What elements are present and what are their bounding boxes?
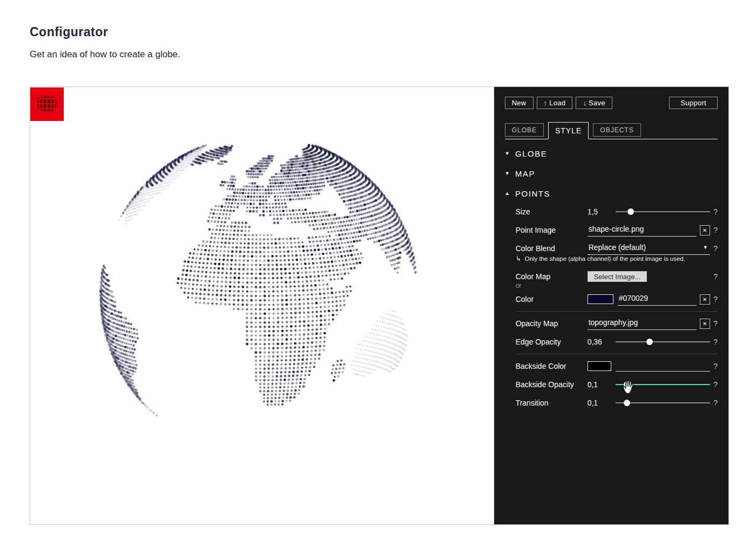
help-icon[interactable]: ? (713, 295, 718, 304)
page-subtitle: Get an idea of how to create a globe. (30, 49, 180, 60)
point-image-row: Point Image shape-circle.png ✕ ? (516, 221, 718, 239)
section-points[interactable]: ▲ POINTS (505, 187, 718, 199)
load-button[interactable]: ↑ Load (537, 97, 573, 109)
size-label: Size (516, 207, 588, 216)
section-points-label: POINTS (515, 189, 550, 198)
color-hex-input[interactable]: #070029 (618, 293, 697, 306)
help-icon[interactable]: ? (713, 207, 718, 216)
section-globe-label: GLOBE (515, 149, 547, 158)
chevron-down-icon: ▼ (703, 245, 708, 250)
color-blend-label: Color Blend (516, 244, 588, 253)
slider-thumb[interactable] (646, 339, 653, 345)
slider-track (616, 341, 710, 342)
backside-opacity-row: Backside Opacity 0,1 ? (516, 375, 718, 394)
clear-icon[interactable]: ✕ (700, 294, 710, 305)
color-blend-select[interactable]: Replace (default) ▼ (588, 242, 710, 255)
backside-color-hex-input[interactable] (616, 361, 710, 372)
backside-color-label: Backside Color (516, 362, 588, 370)
help-icon[interactable]: ? (713, 319, 718, 328)
configurator-frame: New ↑ Load ↓ Save Support GLOBE STYLE OB… (30, 86, 729, 525)
or-label: or (516, 281, 718, 290)
transition-slider[interactable] (616, 399, 710, 407)
section-map[interactable]: ▼ MAP (505, 167, 718, 179)
opacity-map-label: Opacity Map (516, 319, 588, 328)
tab-style[interactable]: STYLE (548, 122, 589, 139)
new-button[interactable]: New (505, 97, 534, 109)
globe-viewport[interactable] (30, 87, 494, 524)
point-image-label: Point Image (516, 226, 588, 234)
brand-logo[interactable] (30, 87, 64, 121)
color-label: Color (516, 295, 588, 304)
opacity-map-row: Opacity Map topography.jpg ✕ ? (516, 314, 718, 333)
point-image-input[interactable]: shape-circle.png (588, 224, 697, 237)
color-swatch[interactable] (588, 294, 613, 304)
size-slider[interactable] (616, 207, 710, 216)
tab-bar: GLOBE STYLE OBJECTS (505, 122, 718, 139)
chevron-up-icon: ▲ (505, 191, 510, 196)
clear-icon[interactable]: ✕ (700, 319, 710, 329)
slider-thumb[interactable] (624, 381, 630, 388)
edge-opacity-slider[interactable] (616, 338, 710, 346)
chevron-down-icon: ▼ (505, 171, 510, 176)
section-globe[interactable]: ▼ GLOBE (505, 147, 718, 159)
slider-thumb[interactable] (627, 208, 634, 215)
size-row: Size 1,5 ? (516, 203, 718, 221)
backside-opacity-slider[interactable] (616, 380, 710, 389)
transition-label: Transition (516, 399, 588, 407)
tab-objects[interactable]: OBJECTS (593, 123, 640, 137)
opacity-map-input[interactable]: topography.jpg (588, 318, 697, 330)
size-value: 1,5 (588, 207, 616, 216)
color-map-label: Color Map (516, 272, 588, 281)
color-blend-row: Color Blend Replace (default) ▼ ? (516, 239, 718, 258)
point-image-note: ↳ Only the shape (alpha channel) of the … (516, 255, 718, 268)
help-icon[interactable]: ? (713, 399, 718, 407)
edge-opacity-value: 0,36 (588, 338, 616, 346)
help-icon[interactable]: ? (713, 272, 718, 281)
backside-opacity-value: 0,1 (588, 380, 616, 389)
toolbar: New ↑ Load ↓ Save Support (505, 87, 718, 109)
page-title: Configurator (30, 25, 108, 39)
color-row: Color #070029 ✕ ? (516, 290, 718, 308)
section-map-label: MAP (515, 169, 535, 178)
backside-color-row: Backside Color ? (516, 357, 718, 375)
save-button[interactable]: ↓ Save (576, 97, 612, 109)
points-settings: Size 1,5 ? Point Image shape-circle.png … (516, 203, 718, 412)
help-icon[interactable]: ? (713, 244, 718, 253)
slider-thumb[interactable] (624, 400, 630, 406)
backside-opacity-label: Backside Opacity (516, 380, 588, 389)
edge-opacity-label: Edge Opacity (516, 338, 588, 346)
globe-logo-icon (30, 87, 64, 121)
transition-value: 0,1 (588, 399, 616, 407)
clear-icon[interactable]: ✕ (700, 225, 710, 235)
chevron-down-icon: ▼ (505, 151, 510, 156)
divider (516, 311, 718, 312)
help-icon[interactable]: ? (713, 380, 718, 389)
settings-panel: New ↑ Load ↓ Save Support GLOBE STYLE OB… (494, 87, 728, 524)
help-icon[interactable]: ? (713, 362, 718, 370)
help-icon[interactable]: ? (713, 226, 718, 234)
backside-color-swatch[interactable] (588, 361, 611, 371)
tab-globe[interactable]: GLOBE (505, 123, 544, 137)
help-icon[interactable]: ? (713, 338, 718, 346)
color-blend-value: Replace (default) (589, 243, 646, 252)
support-button[interactable]: Support (669, 97, 718, 109)
transition-row: Transition 0,1 ? (516, 394, 718, 412)
select-image-button[interactable]: Select Image... (588, 271, 647, 282)
note-arrow-icon: ↳ (516, 255, 521, 262)
note-text: Only the shape (alpha channel) of the po… (525, 255, 685, 262)
edge-opacity-row: Edge Opacity 0,36 ? (516, 333, 718, 351)
globe-canvas[interactable] (30, 87, 494, 524)
divider (516, 354, 718, 354)
